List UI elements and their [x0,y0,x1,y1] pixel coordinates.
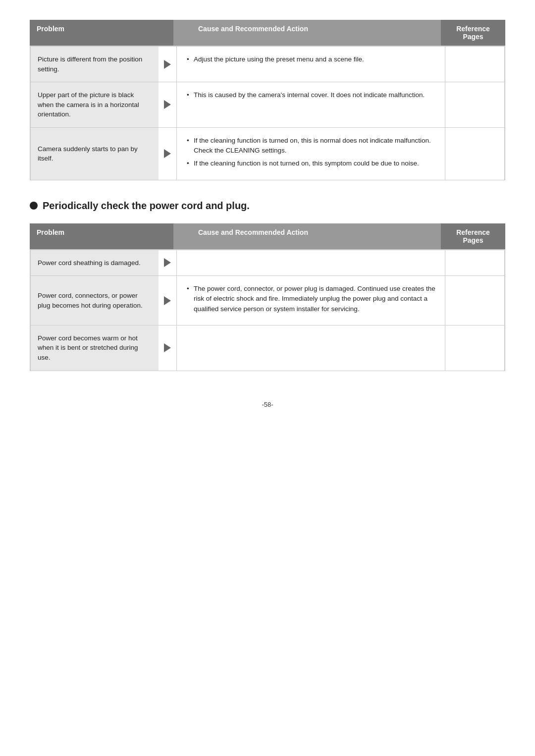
table2: Problem Cause and Recommended Action Ref… [30,223,505,371]
circle-bullet-icon [30,202,38,210]
ref-cell-t2-1 [445,250,504,276]
table-row: Camera suddenly starts to pan by itself.… [30,128,505,180]
table2-cause-header: Cause and Recommended Action [191,223,441,249]
table-row: Upper part of the picture is black when … [30,82,505,128]
cause-cell-3: If the cleaning function is turned on, t… [176,128,445,180]
cause-cell-t2-3 [176,325,445,371]
cause-cell-t2-1 [176,250,445,276]
table1-ref-header: Reference Pages [441,20,505,46]
ref-cell-t2-2 [445,276,504,325]
ref-cell-t2-3 [445,325,504,371]
table2-rows: Power cord sheathing is damaged. Power c… [30,249,505,371]
cause-cell-1: Adjust the picture using the preset menu… [176,47,445,82]
arrow-icon-3 [159,128,176,180]
cause-item: Adjust the picture using the preset menu… [185,54,437,64]
cause-cell-t2-2: The power cord, connector, or power plug… [176,276,445,325]
table1: Problem Cause and Recommended Action Ref… [30,20,505,180]
arrow-icon-t2-2 [159,276,176,325]
table-row: Power cord, connectors, or power plug be… [30,276,505,325]
problem-cell-1: Picture is different from the position s… [31,47,159,82]
page-number: -58- [30,401,505,408]
table2-header: Problem Cause and Recommended Action Ref… [30,223,505,249]
cause-item: This is caused by the camera's internal … [185,90,437,100]
table-row: Power cord becomes warm or hot when it i… [30,325,505,371]
cause-item: If the cleaning function is not turned o… [185,159,437,168]
arrow-icon-2 [159,82,176,127]
table1-cause-header: Cause and Recommended Action [191,20,441,46]
arrow-icon-1 [159,47,176,82]
section2-heading: Periodically check the power cord and pl… [30,200,505,212]
table1-header: Problem Cause and Recommended Action Ref… [30,20,505,46]
problem-cell-t2-3: Power cord becomes warm or hot when it i… [31,325,159,371]
ref-cell-1 [445,47,504,82]
problem-cell-t2-1: Power cord sheathing is damaged. [31,250,159,276]
table2-problem-header: Problem [30,223,173,249]
table1-rows: Picture is different from the position s… [30,46,505,180]
arrow-icon-t2-1 [159,250,176,276]
problem-cell-t2-2: Power cord, connectors, or power plug be… [31,276,159,325]
ref-cell-3 [445,128,504,180]
table-row: Picture is different from the position s… [30,46,505,82]
cause-item: The power cord, connector, or power plug… [185,284,437,314]
ref-cell-2 [445,82,504,127]
arrow-icon-t2-3 [159,325,176,371]
cause-item: If the cleaning function is turned on, t… [185,136,437,156]
table1-problem-header: Problem [30,20,173,46]
cause-cell-2: This is caused by the camera's internal … [176,82,445,127]
problem-cell-3: Camera suddenly starts to pan by itself. [31,128,159,180]
table2-ref-header: Reference Pages [441,223,505,249]
problem-cell-2: Upper part of the picture is black when … [31,82,159,127]
table-row: Power cord sheathing is damaged. [30,250,505,276]
